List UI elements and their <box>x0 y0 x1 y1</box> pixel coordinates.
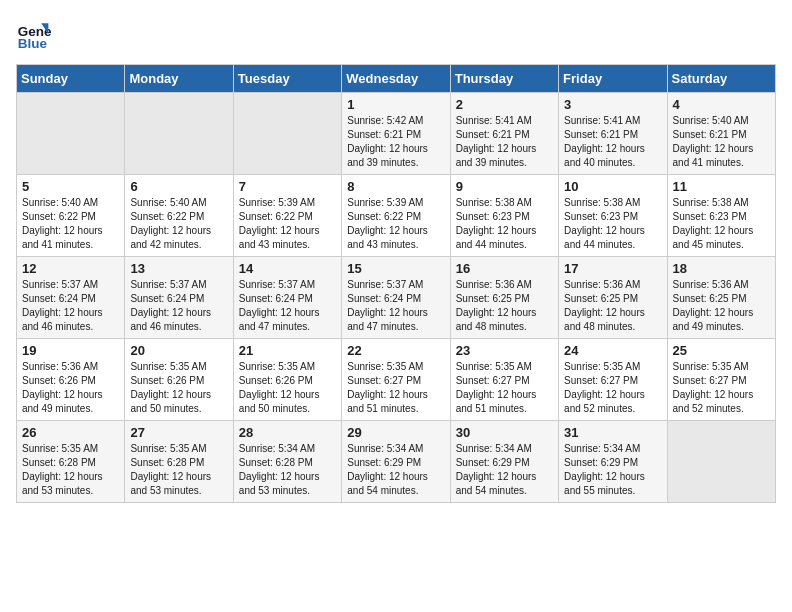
day-number: 19 <box>22 343 119 358</box>
day-info: Sunrise: 5:41 AM Sunset: 6:21 PM Dayligh… <box>564 114 661 170</box>
day-info: Sunrise: 5:35 AM Sunset: 6:27 PM Dayligh… <box>456 360 553 416</box>
day-number: 6 <box>130 179 227 194</box>
calendar-cell: 6Sunrise: 5:40 AM Sunset: 6:22 PM Daylig… <box>125 175 233 257</box>
day-info: Sunrise: 5:40 AM Sunset: 6:22 PM Dayligh… <box>130 196 227 252</box>
calendar-table: SundayMondayTuesdayWednesdayThursdayFrid… <box>16 64 776 503</box>
calendar-cell: 3Sunrise: 5:41 AM Sunset: 6:21 PM Daylig… <box>559 93 667 175</box>
day-number: 12 <box>22 261 119 276</box>
day-number: 11 <box>673 179 770 194</box>
calendar-cell: 25Sunrise: 5:35 AM Sunset: 6:27 PM Dayli… <box>667 339 775 421</box>
day-number: 26 <box>22 425 119 440</box>
calendar-cell <box>125 93 233 175</box>
calendar-cell: 13Sunrise: 5:37 AM Sunset: 6:24 PM Dayli… <box>125 257 233 339</box>
calendar-cell: 31Sunrise: 5:34 AM Sunset: 6:29 PM Dayli… <box>559 421 667 503</box>
day-number: 31 <box>564 425 661 440</box>
page-header: General Blue <box>16 16 776 52</box>
day-number: 2 <box>456 97 553 112</box>
calendar-cell: 4Sunrise: 5:40 AM Sunset: 6:21 PM Daylig… <box>667 93 775 175</box>
day-number: 27 <box>130 425 227 440</box>
calendar-cell: 29Sunrise: 5:34 AM Sunset: 6:29 PM Dayli… <box>342 421 450 503</box>
day-info: Sunrise: 5:40 AM Sunset: 6:21 PM Dayligh… <box>673 114 770 170</box>
day-info: Sunrise: 5:37 AM Sunset: 6:24 PM Dayligh… <box>239 278 336 334</box>
calendar-cell: 30Sunrise: 5:34 AM Sunset: 6:29 PM Dayli… <box>450 421 558 503</box>
day-info: Sunrise: 5:38 AM Sunset: 6:23 PM Dayligh… <box>456 196 553 252</box>
day-number: 24 <box>564 343 661 358</box>
week-row-2: 5Sunrise: 5:40 AM Sunset: 6:22 PM Daylig… <box>17 175 776 257</box>
calendar-cell: 23Sunrise: 5:35 AM Sunset: 6:27 PM Dayli… <box>450 339 558 421</box>
day-info: Sunrise: 5:37 AM Sunset: 6:24 PM Dayligh… <box>347 278 444 334</box>
day-info: Sunrise: 5:42 AM Sunset: 6:21 PM Dayligh… <box>347 114 444 170</box>
weekday-header-tuesday: Tuesday <box>233 65 341 93</box>
calendar-cell: 11Sunrise: 5:38 AM Sunset: 6:23 PM Dayli… <box>667 175 775 257</box>
calendar-cell: 12Sunrise: 5:37 AM Sunset: 6:24 PM Dayli… <box>17 257 125 339</box>
day-number: 21 <box>239 343 336 358</box>
logo-icon: General Blue <box>16 16 52 52</box>
calendar-cell: 2Sunrise: 5:41 AM Sunset: 6:21 PM Daylig… <box>450 93 558 175</box>
weekday-header-thursday: Thursday <box>450 65 558 93</box>
day-number: 14 <box>239 261 336 276</box>
week-row-5: 26Sunrise: 5:35 AM Sunset: 6:28 PM Dayli… <box>17 421 776 503</box>
calendar-cell: 9Sunrise: 5:38 AM Sunset: 6:23 PM Daylig… <box>450 175 558 257</box>
weekday-header-row: SundayMondayTuesdayWednesdayThursdayFrid… <box>17 65 776 93</box>
day-info: Sunrise: 5:35 AM Sunset: 6:28 PM Dayligh… <box>22 442 119 498</box>
day-number: 28 <box>239 425 336 440</box>
day-info: Sunrise: 5:35 AM Sunset: 6:27 PM Dayligh… <box>564 360 661 416</box>
day-number: 1 <box>347 97 444 112</box>
day-number: 4 <box>673 97 770 112</box>
day-number: 23 <box>456 343 553 358</box>
svg-text:Blue: Blue <box>18 36 48 51</box>
calendar-cell: 10Sunrise: 5:38 AM Sunset: 6:23 PM Dayli… <box>559 175 667 257</box>
day-number: 22 <box>347 343 444 358</box>
day-info: Sunrise: 5:39 AM Sunset: 6:22 PM Dayligh… <box>347 196 444 252</box>
calendar-cell: 15Sunrise: 5:37 AM Sunset: 6:24 PM Dayli… <box>342 257 450 339</box>
calendar-cell: 22Sunrise: 5:35 AM Sunset: 6:27 PM Dayli… <box>342 339 450 421</box>
day-info: Sunrise: 5:39 AM Sunset: 6:22 PM Dayligh… <box>239 196 336 252</box>
day-info: Sunrise: 5:36 AM Sunset: 6:26 PM Dayligh… <box>22 360 119 416</box>
day-number: 7 <box>239 179 336 194</box>
day-info: Sunrise: 5:36 AM Sunset: 6:25 PM Dayligh… <box>673 278 770 334</box>
day-info: Sunrise: 5:34 AM Sunset: 6:29 PM Dayligh… <box>456 442 553 498</box>
day-info: Sunrise: 5:36 AM Sunset: 6:25 PM Dayligh… <box>456 278 553 334</box>
week-row-1: 1Sunrise: 5:42 AM Sunset: 6:21 PM Daylig… <box>17 93 776 175</box>
calendar-cell: 28Sunrise: 5:34 AM Sunset: 6:28 PM Dayli… <box>233 421 341 503</box>
day-info: Sunrise: 5:38 AM Sunset: 6:23 PM Dayligh… <box>673 196 770 252</box>
calendar-cell: 8Sunrise: 5:39 AM Sunset: 6:22 PM Daylig… <box>342 175 450 257</box>
calendar-cell: 27Sunrise: 5:35 AM Sunset: 6:28 PM Dayli… <box>125 421 233 503</box>
day-number: 9 <box>456 179 553 194</box>
calendar-cell: 16Sunrise: 5:36 AM Sunset: 6:25 PM Dayli… <box>450 257 558 339</box>
day-number: 17 <box>564 261 661 276</box>
calendar-cell: 19Sunrise: 5:36 AM Sunset: 6:26 PM Dayli… <box>17 339 125 421</box>
calendar-cell <box>667 421 775 503</box>
calendar-cell: 17Sunrise: 5:36 AM Sunset: 6:25 PM Dayli… <box>559 257 667 339</box>
calendar-cell: 20Sunrise: 5:35 AM Sunset: 6:26 PM Dayli… <box>125 339 233 421</box>
logo: General Blue <box>16 16 52 52</box>
day-info: Sunrise: 5:35 AM Sunset: 6:28 PM Dayligh… <box>130 442 227 498</box>
day-number: 20 <box>130 343 227 358</box>
weekday-header-saturday: Saturday <box>667 65 775 93</box>
day-info: Sunrise: 5:36 AM Sunset: 6:25 PM Dayligh… <box>564 278 661 334</box>
week-row-3: 12Sunrise: 5:37 AM Sunset: 6:24 PM Dayli… <box>17 257 776 339</box>
day-number: 30 <box>456 425 553 440</box>
day-info: Sunrise: 5:34 AM Sunset: 6:29 PM Dayligh… <box>564 442 661 498</box>
day-number: 18 <box>673 261 770 276</box>
calendar-cell: 18Sunrise: 5:36 AM Sunset: 6:25 PM Dayli… <box>667 257 775 339</box>
day-number: 5 <box>22 179 119 194</box>
weekday-header-wednesday: Wednesday <box>342 65 450 93</box>
day-number: 29 <box>347 425 444 440</box>
calendar-cell: 5Sunrise: 5:40 AM Sunset: 6:22 PM Daylig… <box>17 175 125 257</box>
day-number: 8 <box>347 179 444 194</box>
weekday-header-friday: Friday <box>559 65 667 93</box>
day-info: Sunrise: 5:34 AM Sunset: 6:28 PM Dayligh… <box>239 442 336 498</box>
calendar-cell <box>233 93 341 175</box>
weekday-header-sunday: Sunday <box>17 65 125 93</box>
day-info: Sunrise: 5:34 AM Sunset: 6:29 PM Dayligh… <box>347 442 444 498</box>
calendar-cell <box>17 93 125 175</box>
calendar-cell: 14Sunrise: 5:37 AM Sunset: 6:24 PM Dayli… <box>233 257 341 339</box>
day-number: 15 <box>347 261 444 276</box>
day-number: 13 <box>130 261 227 276</box>
day-info: Sunrise: 5:41 AM Sunset: 6:21 PM Dayligh… <box>456 114 553 170</box>
calendar-cell: 1Sunrise: 5:42 AM Sunset: 6:21 PM Daylig… <box>342 93 450 175</box>
day-info: Sunrise: 5:35 AM Sunset: 6:26 PM Dayligh… <box>239 360 336 416</box>
day-info: Sunrise: 5:35 AM Sunset: 6:27 PM Dayligh… <box>347 360 444 416</box>
day-info: Sunrise: 5:35 AM Sunset: 6:26 PM Dayligh… <box>130 360 227 416</box>
